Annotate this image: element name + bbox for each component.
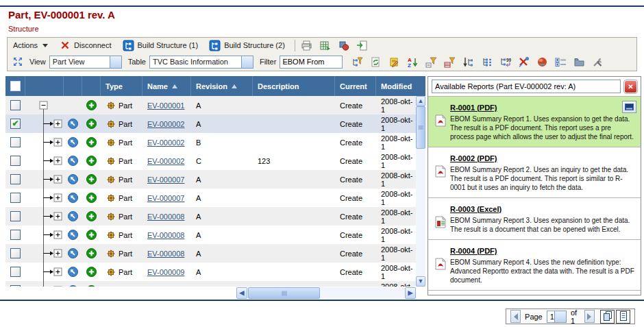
row-checkbox[interactable] <box>10 211 21 221</box>
scroll-left-button[interactable]: ◀ <box>236 287 247 299</box>
navigate-icon[interactable] <box>68 119 78 129</box>
navigate-icon[interactable] <box>68 174 78 184</box>
export-table-icon[interactable] <box>319 40 331 51</box>
cell-name-link[interactable]: EV-000008 <box>147 250 184 258</box>
actions-menu[interactable]: Actions <box>8 41 53 49</box>
filter-input[interactable] <box>280 56 343 69</box>
cell-name-link[interactable]: EV-000009 <box>147 268 184 276</box>
print-icon[interactable] <box>301 40 312 51</box>
column-header-revision[interactable]: Revision <box>191 76 253 96</box>
select-columns-icon[interactable] <box>555 56 567 68</box>
horizontal-scrollbar[interactable]: ◀ ▶ <box>236 287 416 299</box>
filter-form-icon[interactable] <box>425 56 437 68</box>
add-icon[interactable] <box>86 100 97 110</box>
navigate-icon[interactable] <box>68 156 78 166</box>
add-icon[interactable] <box>86 137 97 147</box>
add-icon[interactable] <box>86 119 97 129</box>
add-icon[interactable] <box>86 230 97 240</box>
row-checkbox[interactable] <box>10 100 21 110</box>
navigate-icon[interactable] <box>68 248 78 258</box>
view-select[interactable]: Part View <box>49 56 122 69</box>
cell-name-link[interactable]: EV-000001 <box>147 101 184 110</box>
navigate-icon[interactable] <box>68 230 78 240</box>
add-icon[interactable] <box>86 174 97 184</box>
column-header-current[interactable]: Current <box>335 76 376 96</box>
column-header-modified[interactable]: Modified <box>376 76 425 96</box>
row-checkbox[interactable] <box>10 119 21 129</box>
cell-name-link[interactable]: EV-000007 <box>147 194 184 202</box>
filter-table-icon[interactable] <box>444 56 456 68</box>
reports-select[interactable]: Available Reports (Part EV-000002 rev: A… <box>432 80 621 93</box>
scroll-up-button[interactable]: ▲ <box>416 96 425 106</box>
column-header-type[interactable]: Type <box>101 76 143 96</box>
cell-name-link[interactable]: EV-000002 <box>147 138 184 147</box>
row-checkbox[interactable] <box>10 174 21 184</box>
scroll-right-button[interactable]: ▶ <box>405 287 416 299</box>
column-header-description[interactable]: Description <box>253 76 335 96</box>
page-select[interactable]: 1 <box>547 311 567 323</box>
expand-icon[interactable] <box>25 207 64 226</box>
add-icon[interactable] <box>86 248 97 258</box>
navigate-icon[interactable] <box>68 211 78 221</box>
sort-structure-icon[interactable] <box>462 56 474 68</box>
expand-icon[interactable] <box>25 226 64 244</box>
build-structure-1-button[interactable]: Build Structure (1) <box>117 40 204 51</box>
disconnect-node-icon[interactable] <box>518 56 530 68</box>
expand-icon[interactable] <box>25 281 64 287</box>
report-link[interactable]: R-0003 (Excel) <box>450 205 501 213</box>
navigate-icon[interactable] <box>68 193 78 203</box>
expand-collapse-icon[interactable] <box>25 96 64 114</box>
next-page-button[interactable] <box>584 310 595 323</box>
report-link[interactable]: R-0001 (PDF) <box>450 104 497 112</box>
expand-all-icon[interactable] <box>12 56 23 68</box>
select-all-checkbox[interactable] <box>10 81 21 91</box>
add-icon[interactable] <box>86 267 97 277</box>
disconnect-button[interactable]: Disconnect <box>53 40 116 51</box>
expand-icon[interactable] <box>25 133 64 152</box>
expand-level-icon[interactable]: 99 <box>499 56 511 68</box>
tools-icon[interactable] <box>592 56 604 68</box>
build-structure-2-button[interactable]: Build Structure (2) <box>203 40 290 51</box>
expand-icon[interactable] <box>25 263 64 281</box>
row-checkbox[interactable] <box>10 137 21 147</box>
folder-icon[interactable] <box>573 56 585 68</box>
column-header-name[interactable]: Name <box>143 76 191 96</box>
row-checkbox[interactable] <box>10 230 21 240</box>
expand-icon[interactable] <box>25 244 64 263</box>
show-all-pages-button[interactable] <box>600 310 615 324</box>
close-panel-button[interactable]: ✕ <box>624 80 637 93</box>
expand-icon[interactable] <box>25 114 64 133</box>
open-window-button[interactable] <box>622 101 636 113</box>
report-link[interactable]: R-0002 (PDF) <box>450 154 497 162</box>
navigate-icon[interactable] <box>68 267 78 277</box>
horizontal-scroll-thumb[interactable] <box>248 287 320 299</box>
scroll-down-button[interactable]: ▼ <box>416 276 425 287</box>
navigate-icon[interactable] <box>68 137 78 147</box>
report-link[interactable]: R-0004 (PDF) <box>450 247 497 255</box>
expand-icon[interactable] <box>25 170 64 189</box>
structure-filter-icon[interactable] <box>351 56 363 68</box>
edit-icon[interactable] <box>388 56 400 68</box>
cell-name-link[interactable]: EV-000007 <box>147 175 184 184</box>
row-checkbox[interactable] <box>10 267 21 277</box>
sort-az-icon[interactable]: AZ <box>407 56 419 68</box>
table-select[interactable]: TVC Basic Information <box>149 56 253 69</box>
add-icon[interactable] <box>86 193 97 203</box>
globe-icon[interactable] <box>536 56 548 68</box>
structure-select-icon[interactable] <box>481 56 493 68</box>
refresh-icon[interactable] <box>370 56 382 68</box>
page-view-button[interactable] <box>616 310 630 324</box>
cell-name-link[interactable]: EV-000008 <box>147 231 184 239</box>
previous-page-button[interactable] <box>510 310 521 323</box>
add-icon[interactable] <box>86 156 97 166</box>
row-checkbox[interactable] <box>10 156 21 166</box>
expand-icon[interactable] <box>25 152 64 170</box>
cell-name-link[interactable]: EV-000002 <box>147 157 184 165</box>
expand-icon[interactable] <box>25 189 64 207</box>
row-checkbox[interactable] <box>10 193 21 203</box>
add-icon[interactable] <box>86 211 97 221</box>
vertical-scrollbar[interactable]: ▲ ▼ <box>416 96 425 287</box>
export-page-icon[interactable] <box>356 40 368 51</box>
row-checkbox[interactable] <box>10 248 21 258</box>
cell-name-link[interactable]: EV-000008 <box>147 213 184 221</box>
